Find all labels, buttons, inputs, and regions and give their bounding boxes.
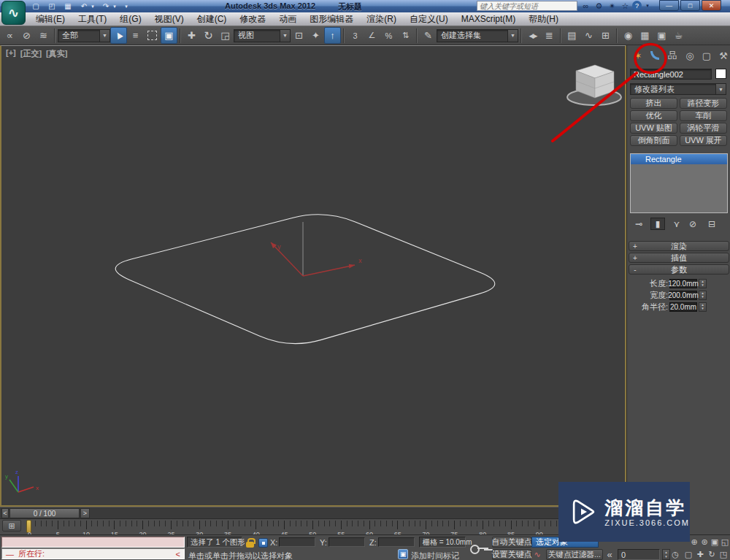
render-production-icon[interactable]: ☕ — [670, 27, 687, 44]
configure-modifier-sets-icon[interactable]: ⊟ — [704, 218, 719, 230]
show-end-result-icon[interactable]: ▮ — [650, 218, 665, 230]
rollout-parameters[interactable]: - 参数 — [629, 264, 729, 275]
auto-key-button[interactable]: 自动关键点 — [492, 537, 531, 548]
length-spinner[interactable]: ▴▾ — [699, 279, 707, 288]
rollout-rendering[interactable]: + 渲染 — [629, 241, 729, 251]
save-file-icon[interactable]: ▦ — [61, 1, 74, 11]
modifier-button-path-deform[interactable]: 路径变形 — [680, 98, 727, 109]
search-icon[interactable]: ∞ — [580, 0, 592, 12]
z-coordinate-field[interactable] — [378, 537, 415, 547]
modifier-list-dropdown[interactable]: 修改器列表 ▼ — [630, 83, 726, 95]
key-filters-button[interactable]: 关键点过滤器... — [546, 549, 603, 560]
modifier-button-unwrap-uvw[interactable]: UVW 展开 — [680, 135, 727, 146]
selection-filter-dropdown[interactable]: 全部 ▼ — [58, 29, 110, 42]
time-configuration-icon[interactable]: ◷ — [670, 549, 680, 559]
named-selection-sets-dropdown[interactable]: 创建选择集 ▼ — [437, 29, 518, 42]
keyboard-shortcut-override-toggle[interactable]: ↑ — [324, 27, 341, 44]
material-editor-icon[interactable]: ◉ — [620, 27, 637, 44]
tab-display[interactable]: ▢ — [699, 47, 715, 64]
modifier-button-optimize[interactable]: 优化 — [630, 110, 677, 121]
current-frame-field[interactable]: 0 — [618, 549, 660, 560]
schematic-view-icon[interactable]: ⊞ — [597, 27, 614, 44]
frame-spinner[interactable]: ▴▾ — [662, 549, 670, 560]
set-keys-key-icon[interactable] — [470, 544, 489, 553]
next-frame-button[interactable]: > — [80, 508, 90, 518]
corner-radius-spinner[interactable]: ▴▾ — [699, 302, 707, 312]
menu-rendering[interactable]: 渲染(R) — [360, 12, 403, 26]
previous-frame-button[interactable]: < — [1, 508, 9, 518]
mirror-icon[interactable]: ◀▶ — [524, 27, 541, 44]
menu-edit[interactable]: 编辑(E) — [29, 12, 72, 26]
modifier-button-turbosmooth[interactable]: 涡轮平滑 — [680, 123, 727, 134]
add-time-tag-icon[interactable]: ▣ — [398, 549, 408, 559]
select-and-rotate-icon[interactable]: ↻ — [200, 27, 217, 44]
width-spinner[interactable]: ▴▾ — [699, 291, 707, 300]
undo-dropdown-icon[interactable]: ▾ — [89, 1, 96, 11]
snap-toggle-3d-icon[interactable]: 3 — [347, 27, 364, 44]
menu-customize[interactable]: 自定义(U) — [403, 12, 455, 26]
favorites-star-icon[interactable]: ☆ — [619, 0, 631, 12]
spinner-down-icon[interactable]: ▾ — [699, 283, 706, 288]
help-dropdown-icon[interactable]: ▾ — [644, 0, 651, 12]
menu-create[interactable]: 创建(C) — [191, 12, 234, 26]
bind-to-space-warp-icon[interactable]: ≋ — [35, 27, 52, 44]
time-slider[interactable]: < 0 / 100 > — [0, 507, 626, 518]
maximize-viewport-toggle-icon[interactable]: ◳ — [718, 549, 729, 559]
field-of-view-icon[interactable]: ▢ — [683, 549, 694, 559]
modifier-stack[interactable]: Rectangle — [630, 153, 728, 213]
zoom-extents-icon[interactable]: ▣ — [710, 537, 720, 547]
select-and-scale-icon[interactable]: ◲ — [217, 27, 234, 44]
menu-graph-editors[interactable]: 图形编辑器 — [303, 12, 360, 26]
redo-dropdown-icon[interactable]: ▾ — [111, 1, 118, 11]
set-key-button[interactable]: 设置关键点 — [492, 549, 531, 560]
curve-editor-icon[interactable]: ∿ — [580, 27, 597, 44]
add-time-tag-label[interactable]: 添加时间标记 — [411, 551, 459, 560]
percent-snap-toggle-icon[interactable]: % — [380, 27, 397, 44]
help-icon[interactable]: ? — [632, 1, 642, 10]
search-input[interactable] — [477, 1, 577, 11]
spinner-down-icon[interactable]: ▾ — [663, 555, 669, 560]
zoom-extents-all-icon[interactable]: ◱ — [720, 537, 730, 547]
object-color-swatch[interactable] — [715, 69, 726, 79]
align-icon[interactable]: ≣ — [541, 27, 558, 44]
spinner-down-icon[interactable]: ▾ — [699, 295, 706, 299]
maxscript-mini-listener-field[interactable]: — 所在行: < — [1, 548, 185, 559]
tab-utilities[interactable]: ⚒ — [715, 47, 730, 64]
spinner-snap-toggle-icon[interactable]: ⇅ — [397, 27, 414, 44]
modifier-button-lathe[interactable]: 车削 — [680, 110, 727, 121]
use-pivot-point-center-icon[interactable]: ⊡ — [291, 27, 307, 44]
modifier-button-uvw-map[interactable]: UVW 贴图 — [630, 123, 677, 134]
menu-group[interactable]: 组(G) — [113, 12, 147, 26]
modifier-button-bevel-profile[interactable]: 倒角剖面 — [630, 135, 677, 146]
default-tangent-icon[interactable]: ∿ — [532, 549, 542, 559]
width-field[interactable]: 200.0mm — [669, 291, 697, 300]
modifier-button-extrude[interactable]: 挤出 — [630, 98, 677, 109]
object-name-field[interactable]: Rectangle002 — [630, 69, 712, 80]
menu-views[interactable]: 视图(V) — [148, 12, 191, 26]
length-field[interactable]: 120.0mm — [669, 279, 697, 288]
chevron-down-icon[interactable]: ▼ — [715, 84, 726, 94]
menu-tools[interactable]: 工具(T) — [72, 12, 113, 26]
viewcube[interactable] — [567, 65, 621, 105]
chevron-down-icon[interactable]: ▼ — [507, 30, 518, 42]
layer-manager-icon[interactable]: ▤ — [564, 27, 580, 44]
zoom-icon[interactable]: ⊕ — [689, 537, 699, 547]
stack-item-rectangle[interactable]: Rectangle — [631, 154, 727, 164]
select-and-move-icon[interactable]: ✚ — [183, 27, 200, 44]
y-coordinate-field[interactable] — [328, 537, 365, 547]
rendered-frame-window-icon[interactable]: ▣ — [653, 27, 670, 44]
angle-snap-toggle-icon[interactable]: ∠ — [364, 27, 380, 44]
pin-stack-icon[interactable]: ⊸ — [631, 218, 646, 230]
maximize-button[interactable]: □ — [680, 0, 700, 11]
viewport-orthographic[interactable]: [+] [正交] [真实] x y z x y — [0, 45, 626, 507]
rectangle-shape[interactable] — [115, 215, 495, 344]
close-button[interactable]: ✕ — [702, 0, 721, 11]
tab-motion[interactable]: ◎ — [682, 47, 698, 64]
x-coordinate-field[interactable] — [279, 537, 315, 547]
tab-modify[interactable] — [647, 47, 663, 64]
chevron-down-icon[interactable]: ▼ — [280, 30, 290, 42]
chevron-down-icon[interactable]: ▼ — [99, 30, 110, 42]
menu-help[interactable]: 帮助(H) — [522, 12, 565, 26]
quick-access-more-icon[interactable]: ▾ — [123, 1, 130, 11]
absolute-mode-transform-icon[interactable] — [258, 538, 268, 548]
